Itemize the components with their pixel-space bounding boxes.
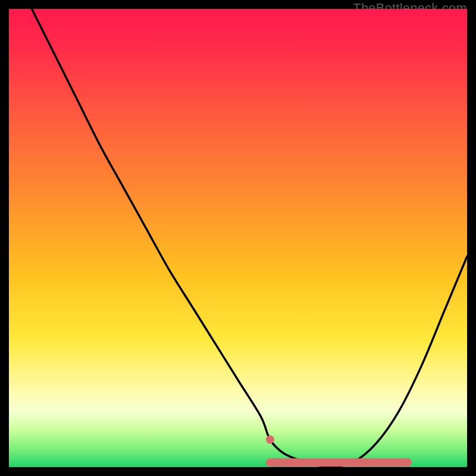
bottleneck-curve [32,9,468,467]
curve-layer [9,9,467,467]
highlight-dot-icon [266,436,274,444]
plot-area [9,9,467,467]
chart-frame: TheBottleneck.com [9,9,467,467]
